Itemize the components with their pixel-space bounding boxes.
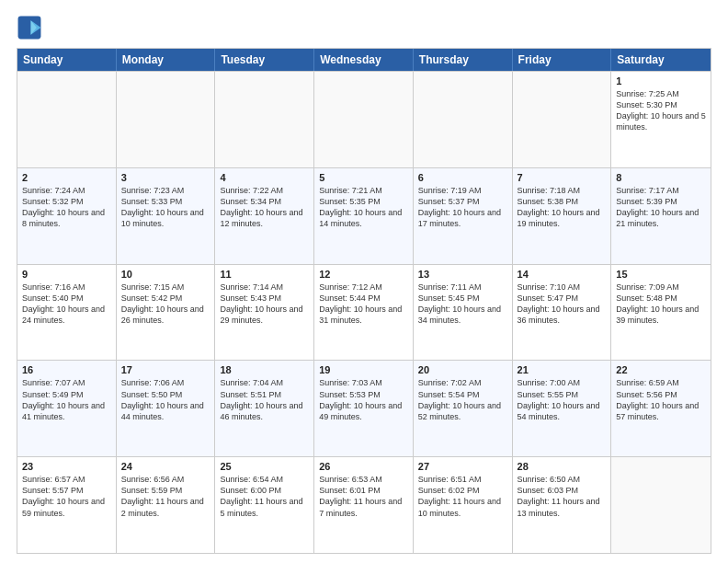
day-header-thursday: Thursday [414, 49, 513, 71]
day-number: 28 [518, 461, 607, 472]
day-number: 26 [319, 461, 408, 472]
day-info: Sunrise: 7:09 AM Sunset: 5:48 PM Dayligh… [616, 282, 706, 327]
day-number: 20 [418, 364, 507, 375]
day-info: Sunrise: 7:21 AM Sunset: 5:35 PM Dayligh… [319, 185, 408, 230]
day-info: Sunrise: 6:50 AM Sunset: 6:03 PM Dayligh… [518, 474, 607, 519]
day-number: 25 [220, 461, 309, 472]
day-info: Sunrise: 7:00 AM Sunset: 5:55 PM Dayligh… [518, 377, 607, 422]
day-info: Sunrise: 7:03 AM Sunset: 5:53 PM Dayligh… [319, 377, 408, 422]
week-row-1: 1Sunrise: 7:25 AM Sunset: 5:30 PM Daylig… [17, 71, 711, 167]
day-number: 15 [616, 269, 706, 280]
day-header-tuesday: Tuesday [215, 49, 314, 71]
week-row-5: 23Sunrise: 6:57 AM Sunset: 5:57 PM Dayli… [17, 456, 711, 553]
day-number: 10 [121, 269, 210, 280]
day-info: Sunrise: 7:18 AM Sunset: 5:38 PM Dayligh… [518, 185, 607, 230]
day-cell: 18Sunrise: 7:04 AM Sunset: 5:51 PM Dayli… [215, 361, 314, 456]
week-row-4: 16Sunrise: 7:07 AM Sunset: 5:49 PM Dayli… [17, 360, 711, 456]
logo-icon [17, 15, 42, 40]
day-cell: 23Sunrise: 6:57 AM Sunset: 5:57 PM Dayli… [17, 457, 117, 553]
day-cell: 10Sunrise: 7:15 AM Sunset: 5:42 PM Dayli… [117, 265, 216, 361]
day-info: Sunrise: 7:04 AM Sunset: 5:51 PM Dayligh… [220, 377, 309, 422]
day-info: Sunrise: 7:23 AM Sunset: 5:33 PM Dayligh… [121, 185, 210, 230]
day-cell: 4Sunrise: 7:22 AM Sunset: 5:34 PM Daylig… [215, 168, 314, 264]
day-cell: 3Sunrise: 7:23 AM Sunset: 5:33 PM Daylig… [117, 168, 216, 264]
day-cell: 21Sunrise: 7:00 AM Sunset: 5:55 PM Dayli… [513, 361, 612, 456]
day-info: Sunrise: 7:02 AM Sunset: 5:54 PM Dayligh… [418, 377, 507, 422]
day-number: 8 [616, 172, 706, 183]
day-info: Sunrise: 7:17 AM Sunset: 5:39 PM Dayligh… [616, 185, 706, 230]
day-number: 27 [418, 461, 507, 472]
logo [17, 15, 46, 40]
day-cell [314, 72, 414, 167]
day-info: Sunrise: 6:51 AM Sunset: 6:02 PM Dayligh… [418, 474, 507, 519]
day-cell: 2Sunrise: 7:24 AM Sunset: 5:32 PM Daylig… [17, 168, 117, 264]
day-cell: 8Sunrise: 7:17 AM Sunset: 5:39 PM Daylig… [611, 168, 711, 264]
day-cell [414, 72, 513, 167]
day-info: Sunrise: 6:59 AM Sunset: 5:56 PM Dayligh… [616, 377, 706, 422]
day-cell [215, 72, 314, 167]
day-header-monday: Monday [117, 49, 216, 71]
day-number: 13 [418, 269, 507, 280]
day-info: Sunrise: 7:10 AM Sunset: 5:47 PM Dayligh… [518, 282, 607, 327]
day-cell: 16Sunrise: 7:07 AM Sunset: 5:49 PM Dayli… [17, 361, 117, 456]
page: SundayMondayTuesdayWednesdayThursdayFrid… [0, 0, 728, 563]
day-info: Sunrise: 7:12 AM Sunset: 5:44 PM Dayligh… [319, 282, 408, 327]
day-number: 22 [616, 364, 706, 375]
day-info: Sunrise: 7:11 AM Sunset: 5:45 PM Dayligh… [418, 282, 507, 327]
day-header-wednesday: Wednesday [314, 49, 414, 71]
day-number: 6 [418, 172, 507, 183]
day-cell: 6Sunrise: 7:19 AM Sunset: 5:37 PM Daylig… [414, 168, 513, 264]
day-header-saturday: Saturday [611, 49, 711, 71]
day-header-sunday: Sunday [17, 49, 117, 71]
day-number: 19 [319, 364, 408, 375]
day-number: 18 [220, 364, 309, 375]
day-headers: SundayMondayTuesdayWednesdayThursdayFrid… [17, 49, 711, 71]
day-cell: 24Sunrise: 6:56 AM Sunset: 5:59 PM Dayli… [117, 457, 216, 553]
day-info: Sunrise: 6:57 AM Sunset: 5:57 PM Dayligh… [22, 474, 111, 519]
day-info: Sunrise: 6:54 AM Sunset: 6:00 PM Dayligh… [220, 474, 309, 519]
day-number: 17 [121, 364, 210, 375]
day-header-friday: Friday [513, 49, 612, 71]
day-cell: 17Sunrise: 7:06 AM Sunset: 5:50 PM Dayli… [117, 361, 216, 456]
day-cell: 5Sunrise: 7:21 AM Sunset: 5:35 PM Daylig… [314, 168, 414, 264]
day-cell: 19Sunrise: 7:03 AM Sunset: 5:53 PM Dayli… [314, 361, 414, 456]
week-row-3: 9Sunrise: 7:16 AM Sunset: 5:40 PM Daylig… [17, 264, 711, 361]
calendar: SundayMondayTuesdayWednesdayThursdayFrid… [17, 48, 711, 554]
day-cell: 15Sunrise: 7:09 AM Sunset: 5:48 PM Dayli… [611, 265, 711, 361]
day-number: 7 [518, 172, 607, 183]
day-cell [117, 72, 216, 167]
day-number: 1 [616, 75, 706, 86]
day-cell: 14Sunrise: 7:10 AM Sunset: 5:47 PM Dayli… [513, 265, 612, 361]
day-number: 12 [319, 269, 408, 280]
day-cell: 20Sunrise: 7:02 AM Sunset: 5:54 PM Dayli… [414, 361, 513, 456]
day-number: 2 [22, 172, 111, 183]
day-info: Sunrise: 7:25 AM Sunset: 5:30 PM Dayligh… [616, 88, 706, 133]
header [17, 15, 711, 40]
day-cell: 9Sunrise: 7:16 AM Sunset: 5:40 PM Daylig… [17, 265, 117, 361]
day-number: 24 [121, 461, 210, 472]
day-number: 11 [220, 269, 309, 280]
weeks: 1Sunrise: 7:25 AM Sunset: 5:30 PM Daylig… [17, 71, 711, 553]
day-info: Sunrise: 7:19 AM Sunset: 5:37 PM Dayligh… [418, 185, 507, 230]
day-cell: 12Sunrise: 7:12 AM Sunset: 5:44 PM Dayli… [314, 265, 414, 361]
day-number: 4 [220, 172, 309, 183]
day-cell: 28Sunrise: 6:50 AM Sunset: 6:03 PM Dayli… [513, 457, 612, 553]
day-info: Sunrise: 6:53 AM Sunset: 6:01 PM Dayligh… [319, 474, 408, 519]
day-info: Sunrise: 7:16 AM Sunset: 5:40 PM Dayligh… [22, 282, 111, 327]
day-cell: 13Sunrise: 7:11 AM Sunset: 5:45 PM Dayli… [414, 265, 513, 361]
day-number: 16 [22, 364, 111, 375]
day-info: Sunrise: 7:06 AM Sunset: 5:50 PM Dayligh… [121, 377, 210, 422]
day-cell: 27Sunrise: 6:51 AM Sunset: 6:02 PM Dayli… [414, 457, 513, 553]
day-number: 9 [22, 269, 111, 280]
day-info: Sunrise: 7:24 AM Sunset: 5:32 PM Dayligh… [22, 185, 111, 230]
day-number: 5 [319, 172, 408, 183]
day-cell: 1Sunrise: 7:25 AM Sunset: 5:30 PM Daylig… [611, 72, 711, 167]
week-row-2: 2Sunrise: 7:24 AM Sunset: 5:32 PM Daylig… [17, 167, 711, 264]
day-number: 21 [518, 364, 607, 375]
day-info: Sunrise: 7:15 AM Sunset: 5:42 PM Dayligh… [121, 282, 210, 327]
day-number: 23 [22, 461, 111, 472]
day-cell: 11Sunrise: 7:14 AM Sunset: 5:43 PM Dayli… [215, 265, 314, 361]
day-info: Sunrise: 7:07 AM Sunset: 5:49 PM Dayligh… [22, 377, 111, 422]
day-cell [513, 72, 612, 167]
day-info: Sunrise: 6:56 AM Sunset: 5:59 PM Dayligh… [121, 474, 210, 519]
